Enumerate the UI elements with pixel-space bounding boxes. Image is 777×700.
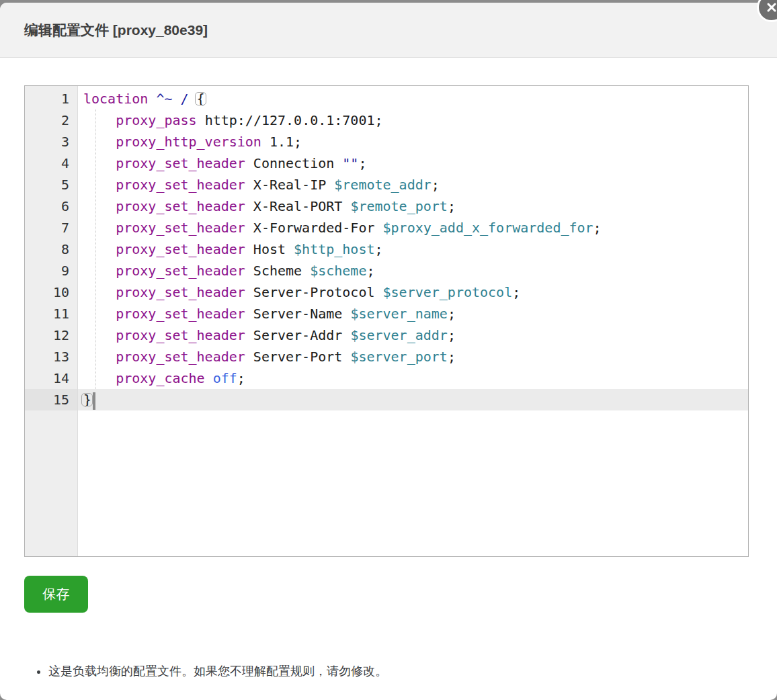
- code-token: $server_port: [350, 349, 448, 365]
- code-token: Server-Protocol: [245, 284, 383, 300]
- code-token: off: [213, 370, 237, 386]
- code-line[interactable]: proxy_set_header Connection "";: [78, 152, 748, 174]
- code-line[interactable]: proxy_set_header X-Real-PORT $remote_por…: [78, 195, 748, 217]
- line-number: 5: [25, 174, 77, 195]
- code-token: ;: [448, 306, 456, 322]
- save-button[interactable]: 保存: [24, 576, 88, 613]
- code-token: http://127.0.0.1:7001;: [197, 112, 383, 128]
- code-token: [83, 241, 116, 257]
- code-token: [83, 134, 116, 150]
- code-token: $server_name: [350, 306, 448, 322]
- code-token: proxy_pass: [116, 112, 196, 128]
- code-token: [83, 177, 116, 193]
- code-token: $server_addr: [350, 327, 448, 343]
- line-number: 8: [25, 238, 77, 260]
- code-token: Server-Port: [245, 349, 351, 365]
- code-token: location: [83, 91, 148, 107]
- code-line[interactable]: proxy_http_version 1.1;: [78, 131, 748, 152]
- code-token: $scheme: [310, 263, 366, 279]
- text-cursor: [93, 392, 95, 410]
- code-line[interactable]: proxy_set_header Host $http_host;: [78, 238, 748, 260]
- code-token: [83, 327, 116, 343]
- code-token: ;: [358, 155, 366, 171]
- dialog-title: 编辑配置文件 [proxy_80e39]: [24, 21, 208, 40]
- line-number: 1: [25, 88, 77, 110]
- code-line[interactable]: proxy_set_header X-Forwarded-For $proxy_…: [78, 217, 748, 238]
- code-line[interactable]: proxy_set_header Server-Protocol $server…: [78, 281, 748, 303]
- code-token: [205, 370, 213, 386]
- code-token: proxy_set_header: [116, 306, 245, 322]
- code-token: proxy_set_header: [116, 284, 245, 300]
- code-line[interactable]: proxy_set_header X-Real-IP $remote_addr;: [78, 174, 748, 195]
- code-line[interactable]: location ^~ / {: [78, 88, 748, 110]
- code-line[interactable]: proxy_set_header Server-Addr $server_add…: [78, 324, 748, 346]
- code-token: [83, 112, 116, 128]
- code-token: ;: [366, 263, 374, 279]
- code-token: Connection: [245, 155, 343, 171]
- code-token: $server_protocol: [383, 284, 513, 300]
- code-token: proxy_http_version: [116, 134, 261, 150]
- code-token: 1.1;: [261, 134, 302, 150]
- code-token: ;: [512, 284, 520, 300]
- code-token: proxy_set_header: [116, 263, 245, 279]
- code-line[interactable]: proxy_set_header Scheme $scheme;: [78, 260, 748, 281]
- line-number: 15: [25, 389, 77, 410]
- code-line[interactable]: proxy_pass http://127.0.0.1:7001;: [78, 110, 748, 131]
- code-token: [83, 284, 116, 300]
- code-token: ;: [448, 349, 456, 365]
- line-number: 9: [25, 260, 77, 281]
- line-number: 3: [25, 131, 77, 152]
- code-line[interactable]: }: [78, 389, 748, 410]
- code-token: proxy_set_header: [116, 241, 245, 257]
- code-token: "": [342, 155, 358, 171]
- line-number: 11: [25, 303, 77, 324]
- code-token: $remote_addr: [334, 177, 432, 193]
- code-token: [148, 91, 156, 107]
- line-number: 4: [25, 152, 77, 174]
- line-number: 12: [25, 324, 77, 346]
- code-token: X-Real-IP: [245, 177, 334, 193]
- code-token: Server-Name: [245, 306, 351, 322]
- line-number: 13: [25, 346, 77, 367]
- code-token: [83, 155, 116, 171]
- matching-bracket: {: [197, 91, 205, 107]
- line-number: 10: [25, 281, 77, 303]
- edit-config-dialog: 编辑配置文件 [proxy_80e39] 1234567891011121314…: [0, 3, 777, 700]
- line-number: 7: [25, 217, 77, 238]
- matching-bracket: }: [83, 392, 91, 408]
- code-token: proxy_set_header: [116, 155, 245, 171]
- code-token: [83, 349, 116, 365]
- code-editor[interactable]: 123456789101112131415 location ^~ / { pr…: [24, 85, 749, 557]
- code-token: /: [181, 91, 189, 107]
- code-token: ;: [448, 198, 456, 214]
- code-token: ;: [432, 177, 440, 193]
- code-token: [83, 306, 116, 322]
- code-token: ;: [448, 327, 456, 343]
- close-icon: [766, 1, 777, 13]
- code-token: [172, 91, 180, 107]
- code-token: $http_host: [294, 241, 374, 257]
- code-token: ^~: [156, 91, 172, 107]
- line-number: 14: [25, 367, 77, 389]
- code-line[interactable]: proxy_set_header Server-Port $server_por…: [78, 346, 748, 367]
- note-item: 这是负载均衡的配置文件。如果您不理解配置规则，请勿修改。: [48, 662, 777, 680]
- code-line[interactable]: proxy_cache off;: [78, 367, 748, 389]
- code-token: ;: [237, 370, 245, 386]
- editor-gutter: 123456789101112131415: [25, 86, 78, 556]
- code-token: proxy_set_header: [116, 177, 245, 193]
- code-token: ;: [375, 241, 383, 257]
- code-token: proxy_set_header: [116, 220, 245, 236]
- code-token: [83, 370, 116, 386]
- code-line[interactable]: proxy_set_header Server-Name $server_nam…: [78, 303, 748, 324]
- code-token: $proxy_add_x_forwarded_for: [383, 220, 594, 236]
- code-token: Host: [245, 241, 294, 257]
- code-token: proxy_set_header: [116, 327, 245, 343]
- editor-code-lines[interactable]: location ^~ / { proxy_pass http://127.0.…: [78, 86, 748, 556]
- notes-list: 这是负载均衡的配置文件。如果您不理解配置规则，请勿修改。: [0, 662, 777, 680]
- code-token: [83, 198, 116, 214]
- dialog-header: 编辑配置文件 [proxy_80e39]: [0, 3, 777, 58]
- code-token: X-Real-PORT: [245, 198, 351, 214]
- line-number: 2: [25, 110, 77, 131]
- line-number: 6: [25, 195, 77, 217]
- code-token: Scheme: [245, 263, 310, 279]
